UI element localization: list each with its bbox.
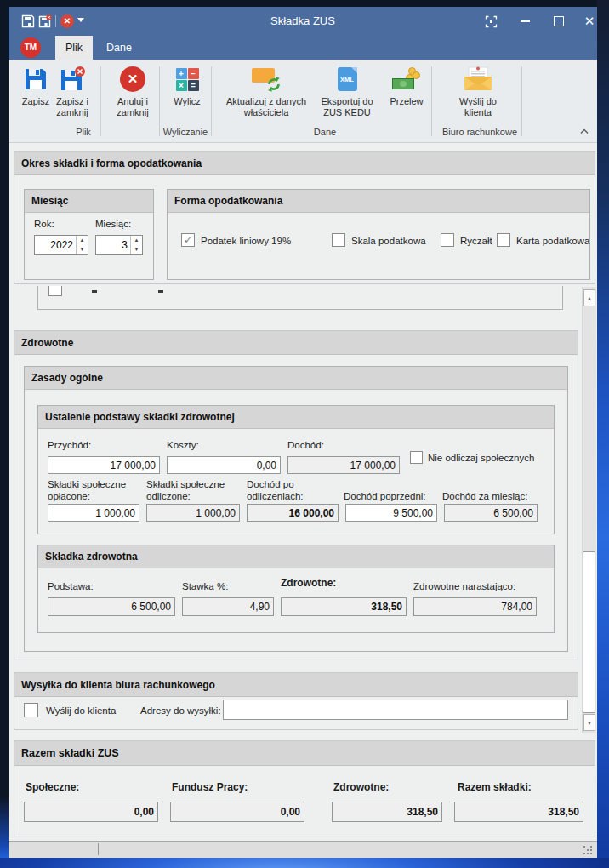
xml-label: XML bbox=[340, 74, 354, 85]
rok-input[interactable] bbox=[35, 236, 76, 254]
ribbon-group-dane: Dane bbox=[291, 127, 359, 137]
section-wysylka-header: Wysyłka do klienta biura rachunkowego bbox=[14, 673, 578, 697]
spin-up-icon[interactable]: ▲ bbox=[131, 236, 142, 245]
dochod-field[interactable] bbox=[287, 456, 400, 474]
dochod-po-field[interactable] bbox=[247, 504, 339, 522]
dochod-poprzedni-label: Dochód poprzedni: bbox=[344, 490, 426, 502]
section-razem-header: Razem składki ZUS bbox=[14, 741, 595, 766]
wyslij-do-klienta-button[interactable]: Wyślij do klienta bbox=[448, 64, 508, 118]
calc-plus-tile: + bbox=[176, 68, 187, 79]
razem-skladki-label: Razem składki: bbox=[458, 781, 532, 793]
checkbox-ryczalt[interactable]: ✓ bbox=[441, 233, 454, 247]
calc-equals-tile: = bbox=[188, 80, 199, 91]
save-icon bbox=[21, 14, 35, 28]
spin-down-icon[interactable]: ▼ bbox=[77, 245, 88, 254]
desktop-wallpaper-corner bbox=[0, 796, 9, 858]
clipped-group bbox=[37, 286, 563, 310]
koszty-label: Koszty: bbox=[167, 439, 199, 451]
clipped-text-fragment bbox=[92, 290, 97, 293]
calculator-icon: + − × = bbox=[176, 64, 199, 94]
section-okres-header: Okres składki i forma opodatkowania bbox=[14, 152, 595, 175]
group-zasady-header: Zasady ogólne bbox=[25, 367, 567, 390]
window-title: Składka ZUS bbox=[218, 7, 388, 36]
scrollbar-thumb[interactable] bbox=[583, 551, 595, 713]
qat-dropdown-caret-icon[interactable] bbox=[77, 18, 84, 22]
wylicz-button[interactable]: + − × = Wylicz bbox=[166, 64, 208, 107]
group-miesiac-header: Miesiąc bbox=[25, 190, 153, 213]
tab-plik[interactable]: Plik bbox=[55, 36, 93, 60]
spol-oplacone-field[interactable] bbox=[48, 504, 139, 522]
resize-grip[interactable] bbox=[583, 846, 594, 856]
checkbox-nie-odliczaj[interactable]: ✓ bbox=[410, 451, 423, 464]
chevron-up-icon bbox=[580, 128, 589, 134]
maximize-button[interactable] bbox=[546, 7, 572, 36]
scrollbar-up-button[interactable]: ▲ bbox=[583, 289, 595, 306]
zapisz-i-zamknij-button[interactable]: Zapisz i zamknij bbox=[47, 64, 98, 118]
eksportuj-button[interactable]: XML Eksportuj do ZUS KEDU bbox=[311, 64, 383, 118]
spoleczne-label: Społeczne: bbox=[26, 781, 79, 793]
titlebar: ✕ Składka ZUS ✕ bbox=[9, 7, 597, 36]
spoleczne-field[interactable] bbox=[24, 802, 158, 822]
clipped-text-fragment bbox=[158, 290, 163, 293]
dochod-za-miesiac-field[interactable] bbox=[444, 504, 538, 522]
save-close-icon bbox=[59, 64, 86, 94]
stawka-label: Stawka %: bbox=[182, 580, 228, 592]
zapisz-label: Zapisz bbox=[22, 96, 49, 107]
tab-dane[interactable]: Dane bbox=[96, 36, 142, 60]
fundusz-pracy-field[interactable] bbox=[170, 802, 304, 822]
envelope-icon bbox=[463, 64, 493, 94]
przychod-label: Przychód: bbox=[48, 439, 91, 451]
spol-odliczone-field[interactable] bbox=[146, 504, 240, 522]
qat-save-close-button[interactable] bbox=[37, 14, 52, 29]
miesiac-label: Miesiąc: bbox=[95, 218, 131, 230]
save-icon bbox=[23, 64, 48, 94]
ribbon-collapse-button[interactable] bbox=[577, 124, 592, 138]
anuluj-i-zamknij-button[interactable]: ✕ Anuluj i zamknij bbox=[108, 64, 157, 118]
dochod-poprzedni-field[interactable] bbox=[345, 504, 437, 522]
ribbon-group-wyliczanie: Wyliczanie bbox=[151, 127, 219, 137]
rok-stepper[interactable]: ▲▼ bbox=[34, 235, 88, 255]
aktualizuj-button[interactable]: Aktualizuj z danych właściciela bbox=[217, 64, 316, 118]
razem-zdrowotne-field[interactable] bbox=[332, 802, 442, 822]
checkbox-podatek-liniowy[interactable]: ✓ bbox=[181, 233, 195, 247]
adresy-input[interactable] bbox=[223, 700, 568, 720]
miesiac-stepper[interactable]: ▲▼ bbox=[95, 235, 143, 255]
narastajaco-field[interactable] bbox=[413, 597, 537, 616]
dochod-po-label: Dochód po odliczeniach: bbox=[247, 478, 333, 502]
fullscreen-icon bbox=[485, 15, 498, 28]
przelew-button[interactable]: Przelew bbox=[381, 64, 432, 107]
desktop-wallpaper-right bbox=[597, 0, 609, 868]
cancel-circle-icon: ✕ bbox=[120, 64, 145, 94]
zdrowotne-field[interactable] bbox=[281, 597, 407, 616]
stawka-field[interactable] bbox=[182, 597, 274, 616]
koszty-field[interactable] bbox=[167, 456, 281, 474]
cancel-icon: ✕ bbox=[64, 16, 71, 26]
checkbox-skala-podatkowa[interactable]: ✓ bbox=[332, 233, 345, 247]
spin-up-icon[interactable]: ▲ bbox=[77, 236, 88, 245]
wyslij-label: Wyślij do klienta bbox=[448, 96, 508, 118]
checkbox-karta-podatkowa[interactable]: ✓ bbox=[497, 233, 510, 247]
spin-down-icon[interactable]: ▼ bbox=[131, 245, 142, 254]
xml-file-icon: XML bbox=[338, 64, 357, 94]
dochod-label: Dochód: bbox=[287, 439, 324, 451]
anuluj-i-zamknij-label: Anuluj i zamknij bbox=[108, 96, 157, 118]
podstawa-field[interactable] bbox=[48, 597, 175, 616]
razem-skladki-field[interactable] bbox=[454, 802, 583, 822]
close-button[interactable]: ✕ bbox=[577, 7, 602, 36]
maximize-icon bbox=[554, 16, 564, 26]
money-icon bbox=[392, 64, 421, 94]
miesiac-input[interactable] bbox=[96, 236, 130, 254]
scrollbar-down-button[interactable]: ▼ bbox=[583, 714, 595, 731]
aktualizuj-label: Aktualizuj z danych właściciela bbox=[217, 96, 316, 118]
app-window: ✕ Składka ZUS ✕ TM Plik Dane bbox=[9, 7, 597, 858]
qat-cancel-button[interactable]: ✕ bbox=[60, 14, 74, 28]
dochod-za-miesiac-label: Dochód za miesiąc: bbox=[442, 490, 527, 502]
clipped-checkbox[interactable] bbox=[48, 286, 62, 296]
fullscreen-button[interactable] bbox=[478, 7, 504, 36]
checkbox-wyslij-do-klienta[interactable]: ✓ bbox=[24, 703, 38, 717]
eksportuj-label: Eksportuj do ZUS KEDU bbox=[311, 96, 383, 118]
qat-save-button[interactable] bbox=[20, 14, 35, 29]
ribbon-group-plik: Plik bbox=[58, 127, 109, 137]
minimize-button[interactable] bbox=[512, 7, 538, 36]
przychod-field[interactable] bbox=[48, 456, 160, 474]
